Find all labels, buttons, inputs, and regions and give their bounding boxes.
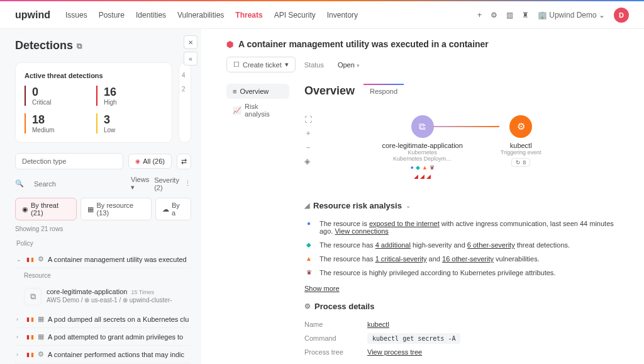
nav-identities[interactable]: Identities [136, 11, 166, 20]
col-policy: Policy [15, 236, 191, 251]
chevron-right-icon: › [16, 334, 23, 340]
center-icon[interactable]: ◈ [304, 157, 312, 166]
nav-inventory[interactable]: Inventory [327, 11, 358, 20]
process-name-label: Name [304, 321, 367, 328]
graph-node-resource[interactable]: ⧉ core-legitimate-application Kubernetes… [382, 115, 462, 179]
graph-edge [424, 126, 499, 127]
main-nav: Issues Posture Identities Vulnerabilitie… [65, 11, 358, 20]
exposed-link[interactable]: exposed to the internet [369, 220, 440, 227]
nav-posture[interactable]: Posture [99, 11, 125, 20]
tab-respond[interactable]: Respond [364, 84, 404, 98]
gear-icon: ⚙ [304, 302, 311, 310]
status-label: Status [304, 61, 324, 69]
graph-area: ⛶ ＋ － ◈ ⧉ core-legitimate-application Ku… [304, 109, 619, 186]
filter-all[interactable]: ◉All (26) [128, 154, 172, 169]
page-title: Detections ⧉ [15, 39, 191, 52]
logo[interactable]: upwind [15, 9, 50, 21]
nav-threats[interactable]: Threats [235, 11, 262, 20]
gear-icon: ⚙ [38, 255, 44, 263]
threat-row-1[interactable]: ⌄ ▮▮ ⚙ A container management utility wa… [15, 251, 191, 268]
threat-row-3[interactable]: › ▮▮ ▦ A pod attempted to grant admin pr… [15, 328, 191, 346]
view-connections-link[interactable]: View connections [335, 227, 388, 235]
detail-side-nav: ≡Overview 📈Risk analysis [226, 84, 289, 364]
severity-filter[interactable]: Severity (2) [154, 176, 179, 191]
filter-more[interactable]: ⇄ [177, 154, 191, 169]
stat-medium[interactable]: 18 Medium [25, 113, 91, 134]
zoom-out-icon[interactable]: － [304, 142, 312, 153]
shield-icon: ◆ [304, 241, 313, 248]
fullscreen-icon[interactable]: ⛶ [304, 115, 312, 124]
stat-low[interactable]: 3 Low [96, 113, 163, 134]
nav-api-security[interactable]: API Security [274, 11, 316, 20]
detection-type-filter[interactable]: Detection type [15, 153, 123, 169]
resource-row[interactable]: ⧉ core-legitimate-application15 Times AW… [15, 283, 191, 310]
plus-icon[interactable]: + [477, 11, 482, 20]
search-input[interactable] [29, 177, 126, 191]
process-command-label: Command [304, 334, 367, 342]
overview-heading: Overview [304, 84, 355, 98]
card-title: Active threat detections [25, 72, 163, 79]
event-count-badge[interactable]: ↻ 8 [511, 158, 530, 167]
resource-icon: ⧉ [24, 288, 42, 305]
search-icon: 🔍 [15, 179, 24, 188]
next-card-peek[interactable]: 4 2 [179, 62, 191, 143]
process-command-value: kubectl get secrets -A [367, 333, 460, 344]
book-icon[interactable]: ▥ [506, 11, 513, 20]
globe-icon: ● [304, 220, 313, 227]
stat-critical[interactable]: 0 Critical [25, 86, 91, 106]
risk-item: ♛ The resource is highly privileged acco… [304, 266, 619, 280]
detection-title: A container management utility was execu… [238, 39, 489, 49]
create-ticket-button[interactable]: ☐ Create ticket ▾ [226, 57, 296, 72]
risk-item: ◆ The resource has 4 additional high-sev… [304, 238, 619, 252]
show-more-link[interactable]: Show more [304, 285, 340, 292]
more-filter[interactable]: ⋮ [184, 179, 191, 188]
tab-by-account[interactable]: ☁ By a [155, 198, 191, 220]
process-tree-label: Process tree [304, 348, 367, 356]
sidenav-risk-analysis[interactable]: 📈Risk analysis [226, 99, 289, 122]
col-resource: Resource [15, 268, 191, 283]
views-dropdown[interactable]: Views ▾ [131, 176, 149, 191]
stat-high[interactable]: 16 High [96, 86, 163, 106]
risk-item: ▲ The resource has 1 critical-severity a… [304, 252, 619, 266]
gear-icon: ⚙ [509, 115, 532, 138]
collapse-panel-button[interactable]: « [184, 52, 197, 65]
nav-vulnerabilities[interactable]: Vulnerabilities [177, 11, 224, 20]
tab-by-threat[interactable]: ◉ By threat (21) [15, 198, 77, 220]
threat-row-4[interactable]: › ▮▮ ⚙ A container performed actions tha… [15, 346, 191, 363]
detail-panel: ⬢ A container management utility was exe… [201, 29, 644, 364]
sidenav-overview[interactable]: ≡Overview [226, 84, 289, 99]
active-detections-card: Active threat detections 0 Critical 16 H… [15, 62, 172, 143]
risk-item: ● The resource is exposed to the interne… [304, 217, 619, 238]
shield-icon: ⬢ [226, 40, 233, 49]
app-header: upwind Issues Posture Identities Vulnera… [0, 1, 644, 29]
chart-icon: ◢ [304, 202, 309, 210]
external-link-icon[interactable]: ⧉ [77, 42, 82, 50]
view-process-tree-link[interactable]: View process tree [367, 348, 422, 356]
chevron-right-icon: › [16, 316, 23, 322]
chevron-down-icon[interactable]: ⌄ [406, 202, 411, 209]
list-icon: ≡ [233, 88, 236, 95]
status-dropdown[interactable]: Open ▾ [333, 59, 365, 71]
tab-by-resource[interactable]: ▦ By resource (13) [80, 198, 151, 220]
close-panel-button[interactable]: ✕ [184, 35, 197, 49]
bell-icon[interactable]: ♜ [522, 11, 529, 20]
crown-icon: ♛ [304, 269, 313, 276]
process-name-value[interactable]: kubectl [367, 321, 389, 328]
left-panel: ✕ « Detections ⧉ Active threat detection… [0, 29, 201, 364]
gear-icon[interactable]: ⚙ [491, 11, 497, 20]
org-switcher[interactable]: 🏢 Upwind Demo ⌄ [538, 11, 605, 20]
threat-row-2[interactable]: › ▮▮ ▦ A pod dumped all secrets on a Kub… [15, 310, 191, 328]
chevron-down-icon: ⌄ [16, 256, 23, 263]
chart-icon: 📈 [233, 106, 242, 115]
chevron-right-icon: › [16, 351, 23, 358]
fire-icon: ▲ [304, 255, 313, 262]
nav-issues[interactable]: Issues [65, 11, 87, 20]
zoom-in-icon[interactable]: ＋ [304, 128, 312, 139]
rows-count: Showing 21 rows [15, 225, 191, 232]
avatar[interactable]: D [614, 8, 629, 23]
risk-analysis-title: ◢ Resource risk analysis ⌄ [304, 201, 619, 210]
graph-node-event[interactable]: ⚙ kubectl Triggering event ↻ 8 [501, 115, 541, 167]
process-details-title: ⚙ Process details [304, 302, 619, 311]
